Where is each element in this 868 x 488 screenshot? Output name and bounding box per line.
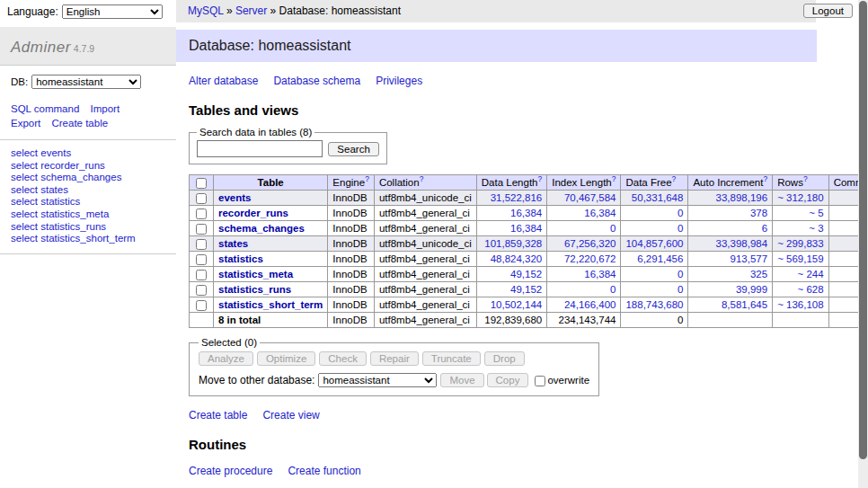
- sidebar-table-link-statistics-short-term[interactable]: statistics_short_term: [40, 233, 135, 244]
- sidebar-link-create-table[interactable]: Create table: [51, 118, 108, 129]
- auto-increment-link-schema-changes[interactable]: 6: [762, 223, 767, 234]
- sidebar-select-link-recorder-runs[interactable]: select: [11, 160, 38, 171]
- link-privileges[interactable]: Privileges: [376, 75, 422, 87]
- sidebar-table-link-statistics[interactable]: statistics: [40, 196, 80, 207]
- rows-link-statistics[interactable]: ~ 569,159: [777, 253, 823, 264]
- row-checkbox-statistics-runs[interactable]: [196, 285, 207, 296]
- data-length-link-statistics[interactable]: 48,824,320: [491, 253, 543, 264]
- data-length-link-schema-changes[interactable]: 16,384: [510, 223, 542, 234]
- sidebar-select-link-statistics-meta[interactable]: select: [11, 209, 38, 219]
- auto-increment-link-statistics-meta[interactable]: 325: [750, 269, 767, 279]
- sidebar-select-link-schema-changes[interactable]: select: [11, 172, 38, 182]
- data-free-link-schema-changes[interactable]: 0: [678, 223, 683, 234]
- search-button[interactable]: Search: [328, 142, 378, 156]
- table-link-events[interactable]: events: [218, 192, 251, 203]
- table-link-statistics-meta[interactable]: statistics_meta: [218, 269, 293, 279]
- data-free-link-events[interactable]: 50,331,648: [632, 192, 684, 203]
- sidebar-select-link-events[interactable]: select: [11, 147, 38, 158]
- row-checkbox-recorder-runs[interactable]: [196, 209, 207, 219]
- rows-link-recorder-runs[interactable]: ~ 5: [809, 208, 823, 218]
- repair-button[interactable]: Repair: [370, 351, 419, 366]
- rows-link-schema-changes[interactable]: ~ 3: [809, 223, 823, 234]
- sidebar-table-link-statistics-meta[interactable]: statistics_meta: [40, 209, 109, 219]
- truncate-button[interactable]: Truncate: [422, 351, 481, 366]
- row-checkbox-statistics-meta[interactable]: [196, 270, 207, 280]
- auto-increment-link-states[interactable]: 33,398,984: [716, 238, 768, 249]
- index-length-link-statistics[interactable]: 72,220,672: [564, 253, 616, 264]
- breadcrumb-link-server[interactable]: Server: [235, 4, 267, 17]
- app-name-link[interactable]: Adminer: [11, 39, 71, 56]
- index-length-link-statistics-runs[interactable]: 0: [610, 284, 616, 295]
- rows-link-statistics-runs[interactable]: ~ 628: [798, 284, 824, 295]
- sidebar-link-import[interactable]: Import: [90, 103, 120, 114]
- sidebar-table-link-events[interactable]: events: [40, 147, 71, 158]
- table-link-statistics-short-term[interactable]: statistics_short_term: [218, 299, 323, 310]
- auto-increment-link-statistics-runs[interactable]: 39,999: [736, 284, 767, 295]
- sidebar-table-link-schema-changes[interactable]: schema_changes: [40, 172, 121, 182]
- row-checkbox-statistics[interactable]: [196, 254, 207, 265]
- select-all-checkbox[interactable]: [196, 178, 207, 189]
- sidebar-table-link-statistics-runs[interactable]: statistics_runs: [40, 221, 106, 232]
- vertical-scrollbar[interactable]: [858, 0, 868, 488]
- index-length-link-states[interactable]: 67,256,320: [564, 238, 616, 249]
- table-link-statistics[interactable]: statistics: [218, 253, 263, 264]
- data-length-link-statistics-meta[interactable]: 49,152: [510, 269, 542, 279]
- data-free-link-statistics-meta[interactable]: 0: [678, 269, 683, 279]
- row-checkbox-events[interactable]: [196, 193, 207, 204]
- link-database-schema[interactable]: Database schema: [273, 75, 360, 87]
- table-link-statistics-runs[interactable]: statistics_runs: [218, 284, 291, 295]
- move-db-select[interactable]: homeassistant: [318, 373, 437, 387]
- help-link-engine[interactable]: ?: [365, 174, 369, 183]
- rows-link-events[interactable]: ~ 312,180: [777, 192, 823, 203]
- help-link-data-length[interactable]: ?: [537, 174, 542, 183]
- help-link-auto-increment[interactable]: ?: [763, 174, 767, 183]
- auto-increment-link-statistics-short-term[interactable]: 8,581,645: [722, 299, 767, 310]
- auto-increment-link-statistics[interactable]: 913,577: [731, 253, 768, 264]
- sidebar-table-link-recorder-runs[interactable]: recorder_runs: [40, 160, 105, 171]
- index-length-link-schema-changes[interactable]: 0: [610, 223, 616, 234]
- data-length-link-events[interactable]: 31,522,816: [491, 192, 543, 203]
- sidebar-select-link-statistics-short-term[interactable]: select: [11, 233, 38, 244]
- search-input[interactable]: [197, 140, 323, 157]
- help-link-index-length[interactable]: ?: [612, 174, 616, 183]
- table-link-states[interactable]: states: [218, 238, 248, 249]
- copy-button[interactable]: Copy: [487, 373, 529, 387]
- link-create-view[interactable]: Create view: [262, 409, 319, 421]
- check-button[interactable]: Check: [319, 351, 367, 366]
- sidebar-link-sql-command[interactable]: SQL command: [11, 103, 79, 114]
- help-link-data-free[interactable]: ?: [672, 174, 677, 183]
- data-length-link-recorder-runs[interactable]: 16,384: [510, 208, 542, 218]
- language-select[interactable]: English: [62, 4, 163, 19]
- index-length-link-statistics-short-term[interactable]: 24,166,400: [564, 299, 616, 310]
- table-link-schema-changes[interactable]: schema_changes: [218, 223, 305, 234]
- drop-button[interactable]: Drop: [484, 351, 525, 366]
- link-create-table[interactable]: Create table: [189, 409, 247, 421]
- logout-button[interactable]: Logout: [803, 4, 853, 18]
- link-create-procedure[interactable]: Create procedure: [189, 465, 272, 477]
- optimize-button[interactable]: Optimize: [257, 351, 315, 366]
- data-length-link-statistics-runs[interactable]: 49,152: [510, 284, 542, 295]
- data-free-link-statistics-short-term[interactable]: 188,743,680: [625, 299, 683, 310]
- index-length-link-events[interactable]: 70,467,584: [564, 192, 616, 203]
- sidebar-select-link-states[interactable]: select: [11, 184, 38, 195]
- analyze-button[interactable]: Analyze: [199, 351, 253, 366]
- help-link-rows[interactable]: ?: [803, 174, 808, 183]
- data-length-link-states[interactable]: 101,859,328: [484, 238, 542, 249]
- index-length-link-statistics-meta[interactable]: 16,384: [584, 269, 616, 279]
- sidebar-table-link-states[interactable]: states: [40, 184, 68, 195]
- data-free-link-statistics-runs[interactable]: 0: [678, 284, 683, 295]
- sidebar-select-link-statistics[interactable]: select: [11, 196, 38, 207]
- link-alter-database[interactable]: Alter database: [189, 75, 258, 87]
- auto-increment-link-recorder-runs[interactable]: 378: [750, 208, 767, 218]
- sidebar-link-export[interactable]: Export: [11, 118, 40, 129]
- data-length-link-statistics-short-term[interactable]: 10,502,144: [491, 299, 543, 310]
- rows-link-statistics-meta[interactable]: ~ 244: [798, 269, 824, 279]
- breadcrumb-link-mysql[interactable]: MySQL: [188, 4, 224, 17]
- auto-increment-link-events[interactable]: 33,898,196: [716, 192, 768, 203]
- index-length-link-recorder-runs[interactable]: 16,384: [584, 208, 616, 218]
- overwrite-checkbox[interactable]: [535, 376, 545, 386]
- row-checkbox-states[interactable]: [196, 239, 207, 250]
- row-checkbox-schema-changes[interactable]: [196, 224, 207, 235]
- data-free-link-states[interactable]: 104,857,600: [625, 238, 683, 249]
- rows-link-states[interactable]: ~ 299,833: [777, 238, 823, 249]
